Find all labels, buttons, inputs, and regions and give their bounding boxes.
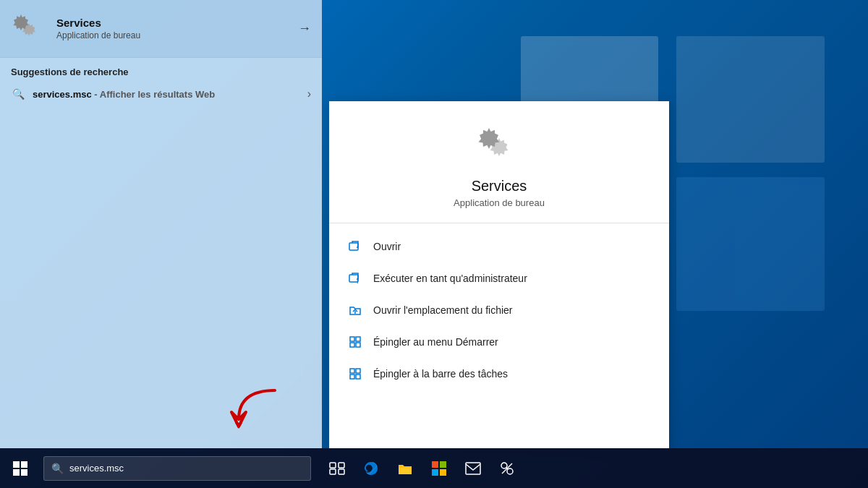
top-result-arrow: → [298, 21, 311, 36]
context-header: Services Application de bureau [329, 101, 669, 223]
search-icon: 🔍 [11, 88, 25, 100]
svg-rect-17 [330, 463, 336, 468]
svg-rect-11 [356, 343, 360, 347]
admin-icon: ! [347, 270, 363, 286]
suggestion-arrow: › [307, 87, 311, 100]
services-app-icon-large [476, 123, 522, 169]
context-label-open: Ouvrir [373, 241, 401, 252]
start-icon [13, 461, 27, 476]
svg-rect-9 [356, 337, 360, 341]
taskbar-search-bar[interactable]: 🔍 services.msc [43, 456, 311, 481]
file-explorer-button[interactable] [390, 448, 420, 488]
task-view-button[interactable] [322, 448, 352, 488]
svg-marker-16 [235, 423, 242, 429]
red-arrow-annotation [224, 387, 282, 430]
svg-rect-25 [466, 463, 480, 474]
microsoft-store-button[interactable] [424, 448, 454, 488]
context-label-pin-taskbar: Épingler à la barre des tâches [373, 368, 508, 380]
context-menu-open[interactable]: Ouvrir [329, 231, 669, 262]
taskbar: 🔍 services.msc [0, 448, 868, 488]
svg-rect-19 [330, 469, 336, 474]
svg-rect-12 [350, 369, 354, 373]
edge-browser-button[interactable] [356, 448, 386, 488]
search-panel: Services Application de bureau → Suggest… [0, 0, 322, 448]
svg-rect-10 [350, 343, 354, 347]
top-result-item[interactable]: Services Application de bureau → [0, 0, 322, 58]
suggestions-section: Suggestions de recherche 🔍 services.msc … [0, 58, 322, 111]
snip-tool-button[interactable] [492, 448, 522, 488]
context-menu-admin[interactable]: ! Exécuter en tant qu'administrateur [329, 262, 669, 294]
svg-rect-21 [432, 461, 438, 468]
start-button[interactable] [0, 448, 40, 488]
svg-rect-24 [440, 469, 446, 476]
svg-rect-8 [350, 337, 354, 341]
context-app-subtitle: Application de bureau [454, 197, 545, 208]
context-label-folder: Ouvrir l'emplacement du fichier [373, 304, 513, 316]
svg-rect-20 [339, 469, 344, 474]
top-result-title: Services [56, 17, 291, 29]
suggestion-item-web[interactable]: 🔍 services.msc - Afficher les résultats … [11, 83, 311, 105]
svg-rect-4 [349, 243, 358, 250]
folder-location-icon [347, 302, 363, 318]
svg-point-26 [501, 463, 507, 468]
top-result-subtitle: Application de bureau [56, 30, 291, 40]
taskbar-search-text: services.msc [69, 463, 303, 474]
taskbar-pinned-apps [322, 448, 522, 488]
svg-rect-13 [356, 369, 360, 373]
context-menu-pin-start[interactable]: Épingler au menu Démarrer [329, 326, 669, 358]
context-label-pin-start: Épingler au menu Démarrer [373, 336, 498, 348]
context-panel: Services Application de bureau Ouvrir ! [329, 101, 669, 448]
services-app-icon-small [11, 12, 46, 46]
svg-rect-14 [350, 374, 354, 379]
suggestion-text: services.msc - Afficher les résultats We… [33, 89, 307, 100]
top-result-info: Services Application de bureau [56, 17, 291, 40]
pin-start-icon [347, 334, 363, 350]
pin-taskbar-icon [347, 366, 363, 382]
context-label-admin: Exécuter en tant qu'administrateur [373, 273, 527, 284]
svg-rect-18 [339, 463, 344, 468]
svg-rect-22 [440, 461, 446, 468]
context-app-name: Services [472, 178, 527, 194]
svg-point-27 [507, 468, 513, 474]
suggestions-heading: Suggestions de recherche [11, 67, 311, 77]
open-icon [347, 239, 363, 254]
mail-app-button[interactable] [458, 448, 488, 488]
context-menu-pin-taskbar[interactable]: Épingler à la barre des tâches [329, 358, 669, 390]
svg-text:!: ! [357, 278, 359, 285]
context-menu-folder[interactable]: Ouvrir l'emplacement du fichier [329, 294, 669, 326]
taskbar-search-icon: 🔍 [51, 463, 64, 474]
svg-rect-15 [356, 374, 360, 379]
panel-divider [322, 101, 329, 448]
svg-rect-23 [432, 469, 438, 476]
context-menu-list: Ouvrir ! Exécuter en tant qu'administrat… [329, 223, 669, 448]
